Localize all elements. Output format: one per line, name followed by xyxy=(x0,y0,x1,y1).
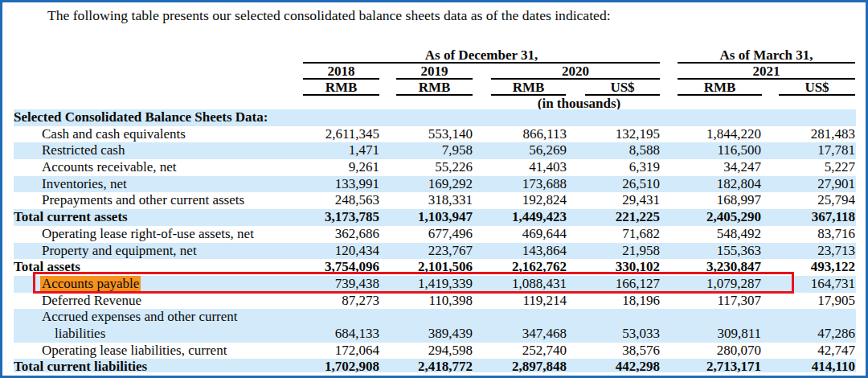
table-row: Accounts payable739,4381,419,3391,088,43… xyxy=(14,276,856,293)
cell-value: 117,307 xyxy=(717,293,761,310)
cell-value: 164,731 xyxy=(811,276,855,293)
row-label: Inventories, net xyxy=(42,176,127,193)
cell-value: 469,644 xyxy=(522,226,567,243)
cell-value: 38,576 xyxy=(622,343,660,360)
cell-value: 110,398 xyxy=(428,293,473,310)
cell-value: 548,492 xyxy=(717,226,761,243)
cell-value: 143,864 xyxy=(522,243,567,260)
row-label: Operating lease right-of-use assets, net xyxy=(42,226,254,243)
cell-value: 25,794 xyxy=(817,192,855,209)
cell-value: 318,331 xyxy=(428,192,473,209)
cell-value: 2,611,345 xyxy=(326,126,379,143)
cell-value: 71,682 xyxy=(622,226,660,243)
cell-value: 248,563 xyxy=(335,192,379,209)
table-row: Operating lease right-of-use assets, net… xyxy=(14,226,856,243)
year-header-2020: 2020 xyxy=(491,64,660,78)
cell-value: 169,292 xyxy=(428,176,473,193)
cell-value: 18,196 xyxy=(622,293,660,310)
cell-value: 41,403 xyxy=(529,159,567,176)
header-rule xyxy=(303,94,379,96)
cell-value: 252,740 xyxy=(522,343,567,360)
cell-value: 116,500 xyxy=(717,142,761,159)
cell-value: 739,438 xyxy=(335,276,379,293)
cell-value: 34,247 xyxy=(723,159,761,176)
header-rule xyxy=(779,94,855,96)
cell-value: 1,702,908 xyxy=(325,359,379,372)
currency-header: RMB xyxy=(396,80,473,94)
cell-value: 367,118 xyxy=(812,209,855,226)
cell-value: 866,113 xyxy=(522,126,567,143)
cell-value: 120,434 xyxy=(335,243,379,260)
cell-value: 362,686 xyxy=(335,226,379,243)
row-label: Total assets xyxy=(14,259,80,276)
row-label: Selected Consolidated Balance Sheets Dat… xyxy=(14,109,268,126)
cell-value: 1,449,423 xyxy=(512,209,567,226)
cell-value: 1,844,220 xyxy=(706,126,761,143)
currency-header: US$ xyxy=(779,80,855,94)
table-row: Total current liabilities1,702,9082,418,… xyxy=(14,359,856,372)
currency-header: RMB xyxy=(678,80,762,94)
cell-value: 173,688 xyxy=(522,176,567,193)
cell-value: 442,298 xyxy=(616,359,660,372)
cell-value: 223,767 xyxy=(428,243,473,260)
cell-value: 26,510 xyxy=(622,176,660,193)
row-label: Restricted cash xyxy=(42,142,125,159)
table-row: Cash and cash equivalents2,611,345553,14… xyxy=(14,126,856,143)
cell-value: 119,214 xyxy=(522,293,567,310)
cell-value: 9,261 xyxy=(349,159,379,176)
column-group-march: As of March 31, xyxy=(678,48,855,62)
cell-value: 166,127 xyxy=(616,276,660,293)
cell-value: 3,230,847 xyxy=(706,259,761,276)
row-label: Total current liabilities xyxy=(14,359,147,372)
column-group-december: As of December 31, xyxy=(303,48,660,62)
cell-value: 389,439 xyxy=(428,326,473,343)
cell-value: 684,133 xyxy=(335,326,379,343)
header-rule xyxy=(396,94,473,96)
table-row: Accrued expenses and other currentliabil… xyxy=(14,309,856,342)
cell-value: 2,418,772 xyxy=(418,359,473,372)
table-row: Restricted cash1,4717,95856,2698,588116,… xyxy=(14,142,856,159)
year-header-2018: 2018 xyxy=(303,64,379,78)
cell-value: 6,319 xyxy=(629,159,660,176)
cell-value: 172,064 xyxy=(335,343,379,360)
cell-value: 330,102 xyxy=(616,259,660,276)
cell-value: 3,173,785 xyxy=(325,209,379,226)
row-label: Accrued expenses and other current xyxy=(42,309,238,326)
cell-value: 42,747 xyxy=(817,343,855,360)
year-header-2021: 2021 xyxy=(678,64,855,78)
cell-value: 2,405,290 xyxy=(706,209,761,226)
cell-value: 192,824 xyxy=(522,192,567,209)
row-label: Cash and cash equivalents xyxy=(42,126,186,143)
table-row: Selected Consolidated Balance Sheets Dat… xyxy=(14,109,856,126)
row-label: Accounts receivable, net xyxy=(42,159,177,176)
cell-value: 8,588 xyxy=(629,142,660,159)
table-row: Total current assets3,173,7851,103,9471,… xyxy=(14,209,856,226)
year-header-2019: 2019 xyxy=(396,64,473,78)
row-label: Property and equipment, net xyxy=(42,243,197,260)
cell-value: 1,088,431 xyxy=(512,276,567,293)
cell-value: 677,496 xyxy=(428,226,473,243)
currency-header: RMB xyxy=(303,80,379,94)
cell-value: 1,419,339 xyxy=(418,276,473,293)
cell-value: 133,991 xyxy=(335,176,379,193)
cell-value: 5,227 xyxy=(825,159,855,176)
cell-value: 347,468 xyxy=(522,326,567,343)
cell-value: 29,431 xyxy=(622,192,660,209)
cell-value: 87,273 xyxy=(342,293,379,310)
cell-value: 17,781 xyxy=(817,142,855,159)
cell-value: 182,804 xyxy=(717,176,761,193)
table-row: Accounts receivable, net9,26155,22641,40… xyxy=(14,159,856,176)
cell-value: 3,754,096 xyxy=(325,259,379,276)
row-label: Accounts payable xyxy=(42,276,139,293)
cell-value: 1,103,947 xyxy=(418,209,473,226)
table-body: Selected Consolidated Balance Sheets Dat… xyxy=(14,109,856,372)
row-label: Total current assets xyxy=(14,209,128,226)
table-row: Prepayments and other current assets248,… xyxy=(14,192,856,209)
cell-value: 1,471 xyxy=(349,142,379,159)
cell-value: 17,905 xyxy=(817,293,855,310)
cell-value: 132,195 xyxy=(616,126,660,143)
intro-paragraph: The following table presents our selecte… xyxy=(47,7,611,24)
cell-value: 2,897,848 xyxy=(512,359,567,372)
cell-value: 47,286 xyxy=(817,326,855,343)
cell-value: 55,226 xyxy=(435,159,473,176)
